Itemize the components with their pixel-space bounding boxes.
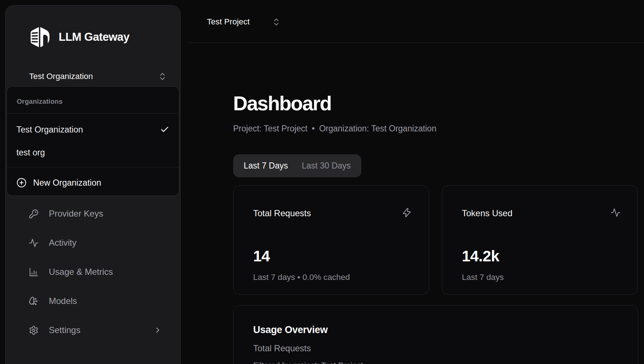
sidebar-item-label: Usage & Metrics bbox=[49, 267, 113, 277]
stat-card-title: Total Requests bbox=[253, 208, 311, 218]
tab-last-30-days[interactable]: Last 30 Days bbox=[302, 161, 350, 171]
bar-chart-icon bbox=[29, 267, 39, 277]
new-organization-label: New Organization bbox=[33, 178, 101, 188]
menu-divider bbox=[7, 113, 179, 114]
activity-icon bbox=[29, 238, 39, 248]
subtitle-project: Project: Test Project bbox=[233, 124, 307, 134]
page-title: Dashboard bbox=[233, 92, 331, 115]
chevrons-up-down-icon bbox=[158, 72, 167, 81]
organization-menu-heading: Organizations bbox=[17, 96, 63, 107]
usage-overview-subtitle: Total Requests bbox=[253, 343, 311, 353]
usage-overview-card: Usage Overview Total Requests Filtered b… bbox=[233, 305, 638, 364]
sidebar-item-label: Models bbox=[49, 296, 77, 306]
sidebar-item-models[interactable]: Models bbox=[29, 293, 174, 309]
usage-overview-title: Usage Overview bbox=[253, 324, 327, 336]
project-selector-value: Test Project bbox=[207, 17, 250, 27]
activity-icon bbox=[610, 207, 621, 218]
brain-circuit-icon bbox=[29, 296, 39, 306]
sidebar-item-settings[interactable]: Settings bbox=[29, 322, 174, 338]
header-divider bbox=[187, 43, 644, 43]
sidebar-item-label: Provider Keys bbox=[49, 209, 103, 219]
date-range-toggle: Last 7 Days Last 30 Days bbox=[233, 154, 361, 177]
org-menu-item-test-organization[interactable]: Test Organization bbox=[7, 121, 179, 138]
menu-divider bbox=[7, 167, 179, 167]
gear-icon bbox=[29, 325, 39, 335]
key-icon bbox=[29, 209, 39, 219]
stat-card-value: 14.2k bbox=[462, 248, 499, 265]
organization-selector[interactable]: Test Organization bbox=[20, 67, 173, 86]
page-subtitle: Project: Test Project • Organization: Te… bbox=[233, 123, 436, 134]
sidebar-item-provider-keys[interactable]: Provider Keys bbox=[29, 206, 174, 222]
org-menu-item-test-org[interactable]: test org bbox=[7, 144, 179, 161]
new-organization-button[interactable]: New Organization bbox=[7, 174, 179, 191]
subtitle-organization: Organization: Test Organization bbox=[319, 124, 436, 134]
sidebar-item-activity[interactable]: Activity bbox=[29, 235, 174, 251]
stat-card-title: Tokens Used bbox=[462, 208, 513, 218]
brand: LLM Gateway bbox=[29, 24, 129, 50]
organization-selector-value: Test Organization bbox=[29, 72, 93, 81]
subtitle-bullet: • bbox=[312, 124, 315, 134]
circle-plus-icon bbox=[16, 178, 27, 188]
zap-icon bbox=[402, 207, 412, 218]
llm-gateway-logo-icon bbox=[29, 26, 51, 48]
stat-card-subtext: Last 7 days • 0.0% cached bbox=[253, 273, 350, 282]
project-selector[interactable]: Test Project bbox=[207, 12, 281, 31]
sidebar-item-label: Settings bbox=[49, 325, 80, 335]
brand-title: LLM Gateway bbox=[59, 31, 129, 44]
stat-card-subtext: Last 7 days bbox=[462, 273, 504, 282]
stat-card-value: 14 bbox=[253, 248, 270, 265]
usage-overview-filter-note: Filtered by project: Test Project bbox=[253, 361, 363, 364]
tab-last-7-days[interactable]: Last 7 Days bbox=[244, 161, 288, 171]
check-icon bbox=[160, 125, 169, 134]
org-menu-item-label: test org bbox=[16, 148, 45, 158]
sidebar-item-label: Activity bbox=[49, 238, 76, 248]
sidebar-item-usage-metrics[interactable]: Usage & Metrics bbox=[29, 264, 174, 280]
org-menu-item-label: Test Organization bbox=[16, 125, 83, 135]
chevron-right-icon bbox=[153, 326, 162, 335]
total-requests-card: Total Requests 14 Last 7 days • 0.0% cac… bbox=[233, 185, 429, 295]
chevrons-up-down-icon bbox=[272, 17, 281, 27]
tokens-used-card: Tokens Used 14.2k Last 7 days bbox=[442, 185, 638, 295]
